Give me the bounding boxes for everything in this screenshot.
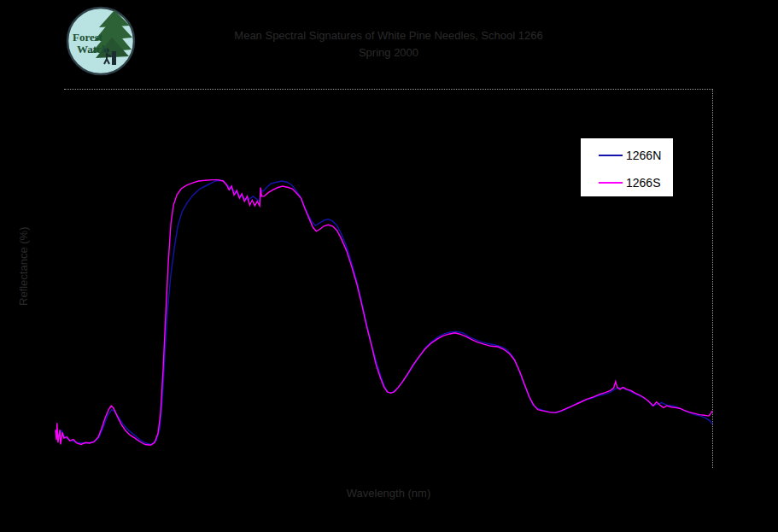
legend-line-sample-1266N xyxy=(599,155,623,156)
chart-canvas: Forest Watch Mean Spectral Signatures of… xyxy=(0,0,778,532)
legend-line-sample-1266S xyxy=(599,182,623,184)
series-line-1266S xyxy=(56,180,712,446)
legend-box: 1266N 1266S xyxy=(580,137,674,197)
legend-label-1266S: 1266S xyxy=(626,175,660,190)
legend-item-1266S: 1266S xyxy=(581,175,673,190)
series-line-1266N xyxy=(56,180,712,444)
spectral-lines-plot xyxy=(0,0,778,532)
legend-label-1266N: 1266N xyxy=(626,148,661,163)
legend-item-1266N: 1266N xyxy=(581,148,673,163)
